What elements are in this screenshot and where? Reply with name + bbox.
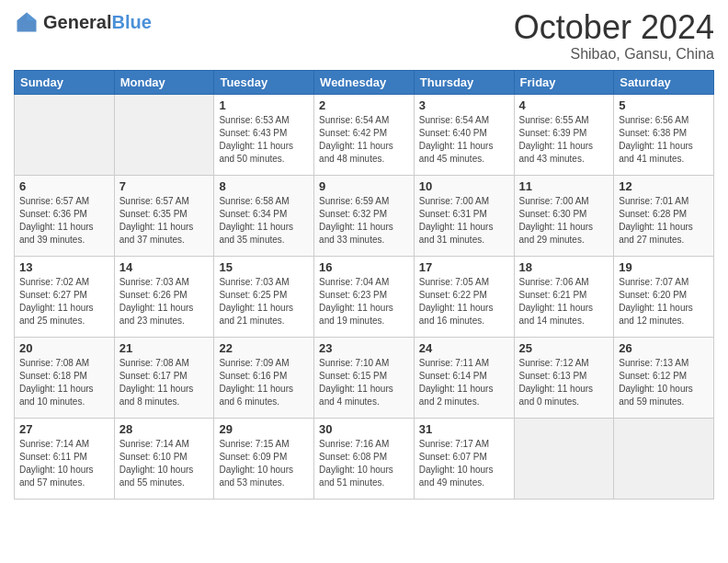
- calendar-week-1: 1Sunrise: 6:53 AM Sunset: 6:43 PM Daylig…: [15, 94, 714, 175]
- calendar-week-3: 13Sunrise: 7:02 AM Sunset: 6:27 PM Dayli…: [15, 256, 714, 337]
- day-number: 9: [319, 179, 409, 193]
- logo-blue-text: Blue: [111, 12, 151, 32]
- day-number: 7: [119, 179, 210, 193]
- day-number: 5: [619, 98, 709, 112]
- calendar-cell: 14Sunrise: 7:03 AM Sunset: 6:26 PM Dayli…: [114, 256, 214, 337]
- calendar-cell: 19Sunrise: 7:07 AM Sunset: 6:20 PM Dayli…: [614, 256, 714, 337]
- day-detail: Sunrise: 7:12 AM Sunset: 6:13 PM Dayligh…: [519, 357, 609, 408]
- day-number: 14: [119, 260, 210, 274]
- weekday-header-thursday: Thursday: [414, 70, 514, 94]
- day-detail: Sunrise: 7:00 AM Sunset: 6:31 PM Dayligh…: [419, 195, 509, 247]
- calendar-cell: 24Sunrise: 7:11 AM Sunset: 6:14 PM Dayli…: [414, 337, 514, 418]
- calendar-cell: 28Sunrise: 7:14 AM Sunset: 6:10 PM Dayli…: [114, 418, 214, 499]
- logo: GeneralBlue: [14, 9, 152, 35]
- calendar-cell: 6Sunrise: 6:57 AM Sunset: 6:36 PM Daylig…: [15, 175, 115, 256]
- day-detail: Sunrise: 6:59 AM Sunset: 6:32 PM Dayligh…: [319, 195, 409, 247]
- calendar-cell: 31Sunrise: 7:17 AM Sunset: 6:07 PM Dayli…: [414, 418, 514, 499]
- calendar-cell: 10Sunrise: 7:00 AM Sunset: 6:31 PM Dayli…: [414, 175, 514, 256]
- day-detail: Sunrise: 7:08 AM Sunset: 6:17 PM Dayligh…: [119, 357, 210, 408]
- day-number: 1: [219, 98, 309, 112]
- day-number: 31: [419, 422, 509, 436]
- page-container: GeneralBlue October 2024 Shibao, Gansu, …: [0, 0, 728, 509]
- calendar-cell: 29Sunrise: 7:15 AM Sunset: 6:09 PM Dayli…: [214, 418, 314, 499]
- day-number: 3: [419, 98, 509, 112]
- calendar-cell: 23Sunrise: 7:10 AM Sunset: 6:15 PM Dayli…: [314, 337, 415, 418]
- day-detail: Sunrise: 7:09 AM Sunset: 6:16 PM Dayligh…: [219, 357, 309, 408]
- calendar-cell: 22Sunrise: 7:09 AM Sunset: 6:16 PM Dayli…: [214, 337, 314, 418]
- calendar-cell: 11Sunrise: 7:00 AM Sunset: 6:30 PM Dayli…: [514, 175, 614, 256]
- day-detail: Sunrise: 7:08 AM Sunset: 6:18 PM Dayligh…: [19, 357, 109, 408]
- header: GeneralBlue October 2024 Shibao, Gansu, …: [14, 9, 714, 63]
- day-number: 24: [419, 341, 509, 355]
- logo-icon: [14, 9, 40, 35]
- day-detail: Sunrise: 7:01 AM Sunset: 6:28 PM Dayligh…: [619, 195, 709, 247]
- weekday-header-saturday: Saturday: [614, 70, 714, 94]
- weekday-header-monday: Monday: [114, 70, 214, 94]
- day-detail: Sunrise: 6:58 AM Sunset: 6:34 PM Dayligh…: [219, 195, 309, 247]
- calendar-cell: 12Sunrise: 7:01 AM Sunset: 6:28 PM Dayli…: [614, 175, 714, 256]
- calendar-cell: 30Sunrise: 7:16 AM Sunset: 6:08 PM Dayli…: [314, 418, 415, 499]
- day-detail: Sunrise: 7:03 AM Sunset: 6:25 PM Dayligh…: [219, 276, 309, 327]
- day-number: 22: [219, 341, 309, 355]
- day-number: 30: [319, 422, 409, 436]
- logo-general: General: [43, 12, 111, 32]
- calendar-cell: 16Sunrise: 7:04 AM Sunset: 6:23 PM Dayli…: [314, 256, 415, 337]
- day-detail: Sunrise: 7:03 AM Sunset: 6:26 PM Dayligh…: [119, 276, 210, 327]
- day-number: 15: [219, 260, 309, 274]
- day-number: 13: [19, 260, 109, 274]
- day-number: 16: [319, 260, 409, 274]
- calendar-week-4: 20Sunrise: 7:08 AM Sunset: 6:18 PM Dayli…: [15, 337, 714, 418]
- logo-text: GeneralBlue: [43, 12, 152, 33]
- weekday-header-sunday: Sunday: [15, 70, 115, 94]
- location-title: Shibao, Gansu, China: [514, 46, 714, 63]
- calendar-cell: 25Sunrise: 7:12 AM Sunset: 6:13 PM Dayli…: [514, 337, 614, 418]
- calendar-table: SundayMondayTuesdayWednesdayThursdayFrid…: [14, 70, 714, 500]
- calendar-cell: 20Sunrise: 7:08 AM Sunset: 6:18 PM Dayli…: [15, 337, 115, 418]
- calendar-cell: 21Sunrise: 7:08 AM Sunset: 6:17 PM Dayli…: [114, 337, 214, 418]
- day-detail: Sunrise: 7:00 AM Sunset: 6:30 PM Dayligh…: [519, 195, 609, 247]
- calendar-cell: 15Sunrise: 7:03 AM Sunset: 6:25 PM Dayli…: [214, 256, 314, 337]
- month-title: October 2024: [514, 9, 714, 46]
- calendar-cell: 7Sunrise: 6:57 AM Sunset: 6:35 PM Daylig…: [114, 175, 214, 256]
- calendar-cell: 18Sunrise: 7:06 AM Sunset: 6:21 PM Dayli…: [514, 256, 614, 337]
- day-detail: Sunrise: 7:15 AM Sunset: 6:09 PM Dayligh…: [219, 438, 309, 489]
- day-detail: Sunrise: 6:55 AM Sunset: 6:39 PM Dayligh…: [519, 114, 609, 166]
- day-number: 26: [619, 341, 709, 355]
- day-detail: Sunrise: 7:14 AM Sunset: 6:11 PM Dayligh…: [19, 438, 109, 489]
- day-detail: Sunrise: 6:56 AM Sunset: 6:38 PM Dayligh…: [619, 114, 709, 166]
- calendar-week-2: 6Sunrise: 6:57 AM Sunset: 6:36 PM Daylig…: [15, 175, 714, 256]
- day-detail: Sunrise: 7:07 AM Sunset: 6:20 PM Dayligh…: [619, 276, 709, 327]
- calendar-cell: [15, 94, 115, 175]
- day-number: 11: [519, 179, 609, 193]
- calendar-cell: 3Sunrise: 6:54 AM Sunset: 6:40 PM Daylig…: [414, 94, 514, 175]
- day-number: 18: [519, 260, 609, 274]
- calendar-cell: 4Sunrise: 6:55 AM Sunset: 6:39 PM Daylig…: [514, 94, 614, 175]
- calendar-cell: 8Sunrise: 6:58 AM Sunset: 6:34 PM Daylig…: [214, 175, 314, 256]
- day-detail: Sunrise: 6:57 AM Sunset: 6:36 PM Dayligh…: [19, 195, 109, 247]
- calendar-cell: 26Sunrise: 7:13 AM Sunset: 6:12 PM Dayli…: [614, 337, 714, 418]
- calendar-cell: 2Sunrise: 6:54 AM Sunset: 6:42 PM Daylig…: [314, 94, 415, 175]
- day-detail: Sunrise: 6:54 AM Sunset: 6:42 PM Dayligh…: [319, 114, 409, 166]
- day-detail: Sunrise: 7:05 AM Sunset: 6:22 PM Dayligh…: [419, 276, 509, 327]
- calendar-cell: 9Sunrise: 6:59 AM Sunset: 6:32 PM Daylig…: [314, 175, 415, 256]
- calendar-cell: 17Sunrise: 7:05 AM Sunset: 6:22 PM Dayli…: [414, 256, 514, 337]
- day-detail: Sunrise: 7:02 AM Sunset: 6:27 PM Dayligh…: [19, 276, 109, 327]
- day-detail: Sunrise: 6:54 AM Sunset: 6:40 PM Dayligh…: [419, 114, 509, 166]
- day-number: 17: [419, 260, 509, 274]
- day-detail: Sunrise: 7:10 AM Sunset: 6:15 PM Dayligh…: [319, 357, 409, 408]
- calendar-cell: 13Sunrise: 7:02 AM Sunset: 6:27 PM Dayli…: [15, 256, 115, 337]
- day-number: 28: [119, 422, 210, 436]
- calendar-cell: [614, 418, 714, 499]
- calendar-week-5: 27Sunrise: 7:14 AM Sunset: 6:11 PM Dayli…: [15, 418, 714, 499]
- day-detail: Sunrise: 7:13 AM Sunset: 6:12 PM Dayligh…: [619, 357, 709, 408]
- day-number: 19: [619, 260, 709, 274]
- calendar-cell: 5Sunrise: 6:56 AM Sunset: 6:38 PM Daylig…: [614, 94, 714, 175]
- title-block: October 2024 Shibao, Gansu, China: [514, 9, 714, 63]
- day-number: 6: [19, 179, 109, 193]
- weekday-header-row: SundayMondayTuesdayWednesdayThursdayFrid…: [15, 70, 714, 94]
- weekday-header-tuesday: Tuesday: [214, 70, 314, 94]
- day-number: 21: [119, 341, 210, 355]
- svg-marker-1: [27, 13, 37, 21]
- day-detail: Sunrise: 7:06 AM Sunset: 6:21 PM Dayligh…: [519, 276, 609, 327]
- calendar-cell: 1Sunrise: 6:53 AM Sunset: 6:43 PM Daylig…: [214, 94, 314, 175]
